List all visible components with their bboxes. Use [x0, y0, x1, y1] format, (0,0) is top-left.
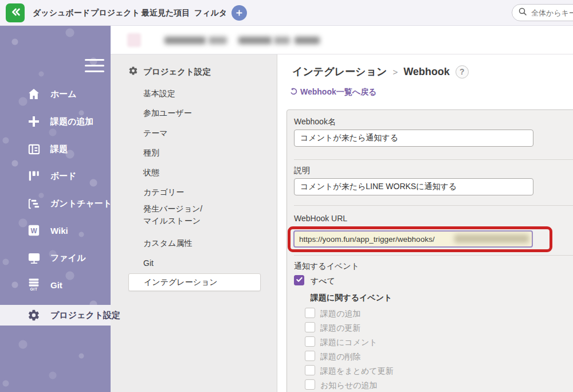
description-input[interactable] — [294, 178, 533, 195]
checkbox-all-events[interactable] — [294, 275, 304, 285]
sidebar-item-files[interactable]: ファイル — [0, 248, 111, 268]
checkbox-issue-updated — [305, 322, 315, 332]
webhook-url-label: WebHook URL — [294, 214, 347, 223]
checkbox-label: 課題の削除 — [320, 352, 360, 362]
nav-dashboard[interactable]: ダッシュボード — [33, 0, 90, 26]
settings-item-git[interactable]: Git — [143, 257, 154, 269]
redacted-text-blur — [209, 37, 227, 44]
sidebar-item-label: ファイル — [50, 253, 85, 264]
settings-menu-header[interactable]: プロジェクト設定 — [128, 66, 211, 78]
checkbox-label: 課題の追加 — [320, 309, 360, 319]
redacted-text-blur — [295, 37, 320, 44]
backlog-chevrons-icon — [9, 6, 22, 21]
checkmark-icon — [296, 275, 303, 285]
project-settings-menu: プロジェクト設定 基本設定 参加ユーザー テーマ 種別 状態 カテゴリー 発生バ… — [111, 54, 277, 392]
checkbox-label: 課題をまとめて更新 — [320, 366, 394, 377]
settings-item-integrations[interactable]: インテグレーション — [128, 273, 261, 291]
plus-icon — [235, 9, 244, 17]
project-icon — [127, 33, 141, 47]
home-icon — [26, 87, 41, 101]
checkbox-issue-created — [305, 308, 315, 318]
sidebar-item-project-settings[interactable]: プロジェクト設定 — [0, 305, 111, 326]
project-sidebar: ホーム 課題の追加 課題 — [0, 26, 111, 392]
issue-events-heading: 課題に関するイベント — [311, 293, 392, 303]
breadcrumb-parent[interactable]: インテグレーション — [292, 65, 387, 79]
checkbox-issue-commented — [305, 336, 315, 347]
wiki-icon: W — [26, 223, 41, 238]
sidebar-item-wiki[interactable]: W Wiki — [0, 221, 111, 240]
sidebar-item-home[interactable]: ホーム — [0, 84, 111, 104]
search-icon — [518, 7, 527, 18]
webhook-name-input[interactable] — [294, 130, 533, 147]
gear-icon — [128, 66, 138, 78]
checkbox-label: お知らせの追加 — [320, 381, 377, 391]
checkbox-label: 課題にコメント — [320, 338, 378, 348]
project-name-redacted[interactable] — [123, 30, 312, 50]
redacted-text-blur — [164, 37, 206, 44]
settings-item-custom-fields[interactable]: カスタム属性 — [143, 237, 192, 249]
webhook-form-panel: Webhook名 説明 WebHook URL 通知するイベント すべて 課題 — [286, 109, 573, 392]
sidebar-item-label: ホーム — [50, 89, 77, 100]
sidebar-item-issues[interactable]: 課題 — [0, 139, 111, 159]
settings-item-versions-milestones[interactable]: 発生バージョン/ マイルストーン — [143, 203, 202, 227]
gear-icon — [26, 308, 41, 323]
divider — [294, 255, 573, 256]
sidebar-item-label: ボード — [50, 171, 77, 182]
main-content: インテグレーション > Webhook ? Webhook一覧へ戻る Webho… — [278, 54, 573, 392]
breadcrumb-separator: > — [393, 67, 398, 77]
global-add-button[interactable] — [231, 5, 247, 21]
sidebar-item-git[interactable]: GIT Git — [0, 275, 111, 295]
back-to-webhook-list-link[interactable]: Webhook一覧へ戻る — [290, 87, 376, 97]
checkbox-issue-deleted — [305, 351, 315, 361]
nav-recently-viewed[interactable]: 最近見た項目 — [142, 0, 190, 26]
plus-icon — [26, 114, 41, 129]
sidebar-item-gantt[interactable]: ガントチャート — [0, 194, 111, 213]
divider — [294, 205, 573, 206]
gantt-chart-icon — [26, 196, 41, 211]
back-link-label: Webhook一覧へ戻る — [300, 87, 376, 97]
sidebar-item-label: Wiki — [50, 226, 68, 236]
file-monitor-icon — [26, 250, 41, 265]
settings-item-categories[interactable]: カテゴリー — [143, 186, 184, 198]
url-redacted-blur — [454, 234, 529, 243]
sidebar-item-label: 課題の追加 — [50, 116, 93, 127]
settings-item-statuses[interactable]: 状態 — [143, 167, 159, 179]
git-icon: GIT — [26, 277, 41, 292]
help-button[interactable]: ? — [456, 65, 469, 79]
search-input[interactable] — [531, 9, 573, 17]
description-label: 説明 — [294, 166, 310, 176]
nav-projects[interactable]: プロジェクト — [91, 0, 140, 26]
hamburger-menu-icon[interactable] — [85, 59, 104, 74]
checkbox-issues-bulk-updated — [305, 365, 315, 375]
settings-item-members[interactable]: 参加ユーザー — [143, 107, 192, 119]
global-search[interactable] — [512, 4, 573, 21]
settings-item-basic[interactable]: 基本設定 — [143, 88, 175, 100]
redacted-text-blur — [274, 37, 290, 44]
settings-item-issue-types[interactable]: 種別 — [143, 147, 159, 159]
checkbox-all-events-label: すべて — [311, 276, 335, 287]
svg-text:W: W — [30, 227, 37, 235]
redacted-text-blur — [238, 37, 272, 44]
project-header-bar — [111, 26, 573, 54]
page-title: Webhook — [403, 66, 450, 78]
undo-arrow-icon — [290, 88, 297, 97]
webhook-name-label: Webhook名 — [294, 117, 336, 127]
sidebar-item-label: プロジェクト設定 — [50, 310, 120, 321]
sidebar-item-label: ガントチャート — [50, 198, 112, 209]
settings-menu-header-label: プロジェクト設定 — [143, 66, 211, 77]
checkbox-notification-added — [305, 379, 315, 390]
settings-item-label: インテグレーション — [144, 277, 218, 288]
checkbox-label: 課題の更新 — [320, 323, 360, 334]
nav-filter[interactable]: フィルタ — [194, 0, 227, 26]
settings-item-theme[interactable]: テーマ — [143, 127, 168, 139]
notify-events-label: 通知するイベント — [294, 261, 359, 272]
sidebar-item-board[interactable]: ボード — [0, 166, 111, 186]
board-icon — [26, 168, 41, 183]
app-window: ダッシュボード プロジェクト 最近見た項目 フィルタ — [0, 0, 573, 392]
divider — [294, 159, 573, 160]
sidebar-item-label: Git — [50, 280, 62, 290]
global-topbar: ダッシュボード プロジェクト 最近見た項目 フィルタ — [0, 0, 573, 26]
breadcrumb: インテグレーション > Webhook ? — [292, 65, 469, 79]
sidebar-item-add-issue[interactable]: 課題の追加 — [0, 112, 111, 131]
backlog-logo[interactable] — [6, 3, 25, 22]
